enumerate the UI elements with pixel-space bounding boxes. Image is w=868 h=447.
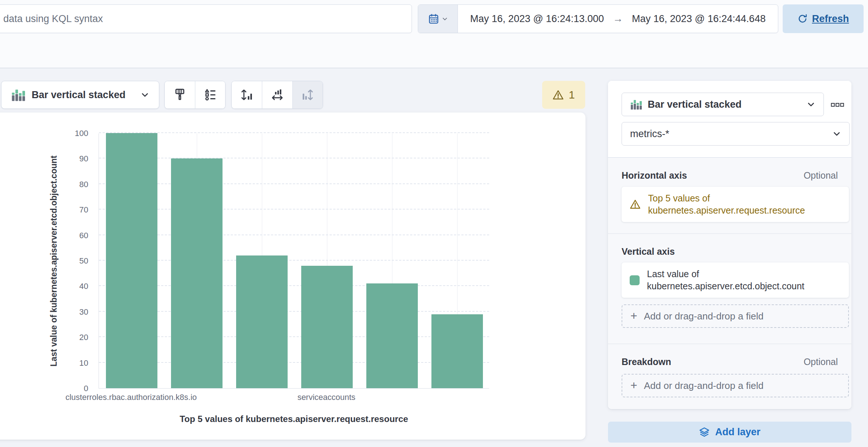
horizontal-gridline [99,311,489,312]
toolbar-group-axes [231,81,323,109]
layer-header: Bar vertical stacked metrics-* [608,81,851,158]
bar[interactable] [171,158,223,388]
horizontal-gridline [99,336,489,337]
layer-config-panel: Bar vertical stacked metrics-* [608,81,851,409]
lens-editor: data using KQL syntax [0,0,868,447]
toolbar-group-display [164,81,225,109]
add-field-label: Add or drag-and-drop a field [644,311,764,322]
legend-button[interactable] [195,81,225,108]
chevron-down-icon [832,129,841,138]
optional-label: Optional [804,357,838,367]
horizontal-gridline [99,362,489,363]
plot-area [99,133,489,389]
chart-type-select[interactable]: Bar vertical stacked [622,93,824,116]
date-picker: May 16, 2023 @ 16:24:13.000 → May 16, 20… [418,4,778,33]
y-tick-label: 20 [79,333,88,342]
bar-stacked-icon [11,88,25,102]
y-tick-label: 90 [79,154,88,164]
bottom-axis-button[interactable] [262,81,292,108]
time-range-start[interactable]: May 16, 2023 @ 16:24:13.000 [470,13,604,25]
horizontal-gridline [99,183,489,184]
breakdown-add-field[interactable]: + Add or drag-and-drop a field [622,374,849,397]
x-tick-label: clusterroles.rbac.authorization.k8s.io [65,393,197,402]
date-picker-calendar-button[interactable] [418,5,458,33]
vertical-axis-section: Vertical axis Last value of kubernetes.a… [608,233,851,344]
horizontal-axis-dimension[interactable]: Top 5 values of kubernetes.apiserver.req… [622,187,849,222]
bar[interactable] [431,314,483,388]
dimension-label: Top 5 values of kubernetes.apiserver.req… [648,192,815,217]
vertical-axis-dimension-swatch [630,275,640,285]
vertical-axis-add-field[interactable]: + Add or drag-and-drop a field [622,304,849,328]
left-axis-button[interactable] [232,81,262,108]
paintbrush-icon [173,88,186,101]
range-arrow-icon: → [613,13,623,25]
vertical-axis-heading: Vertical axis [622,246,675,257]
y-tick-label: 40 [79,282,88,291]
visual-options-button[interactable] [165,81,195,108]
x-tick-labels: clusterroles.rbac.authorization.k8s.iose… [99,393,489,404]
workspace-panel: Last value of kubernetes.apiserver.etcd.… [0,112,586,440]
horizontal-gridline [99,209,489,210]
legend-icon [204,88,217,101]
chart-type-select-label: Bar vertical stacked [648,99,801,110]
bottom-axis-icon [271,88,284,101]
horizontal-gridline [99,132,489,133]
layer-actions-button[interactable] [829,98,846,112]
horizontal-gridline [99,235,489,235]
y-tick-label: 10 [79,358,88,368]
data-view-label: metrics-* [630,128,832,140]
time-range-end[interactable]: May 16, 2023 @ 16:24:44.648 [632,13,766,25]
warning-icon [552,89,564,101]
boxes-horizontal-icon [831,103,844,107]
breakdown-section: Breakdown Optional + Add or drag-and-dro… [608,344,851,409]
breakdown-heading: Breakdown [622,357,671,367]
query-input-text[interactable]: data using KQL syntax [3,13,103,25]
y-tick-label: 30 [79,307,88,317]
workspace-warning-badge[interactable]: 1 [542,81,585,109]
chevron-down-icon [442,16,448,22]
refresh-button[interactable]: Refresh [783,4,864,33]
bar[interactable] [106,133,157,388]
right-axis-button[interactable] [292,81,323,108]
layer-sections: Horizontal axis Optional Top 5 values of… [608,158,851,409]
y-tick-label: 60 [79,231,88,240]
refresh-label: Refresh [812,13,849,25]
top-bar: data using KQL syntax [0,0,868,68]
horizontal-gridline [99,285,489,286]
time-range: May 16, 2023 @ 16:24:13.000 → May 16, 20… [458,5,778,33]
add-field-label: Add or drag-and-drop a field [644,380,764,391]
y-tick-label: 50 [79,256,88,266]
y-tick-label: 100 [75,129,88,138]
horizontal-gridline [99,158,489,158]
warning-count: 1 [569,89,575,101]
bar[interactable] [301,266,353,388]
bar[interactable] [366,283,418,388]
plus-icon: + [630,379,637,391]
left-axis-icon [240,88,253,101]
x-axis-title: Top 5 values of kubernetes.apiserver.req… [99,414,489,424]
y-tick-label: 0 [84,384,88,393]
warning-icon [630,199,641,210]
chart-type-button[interactable]: Bar vertical stacked [1,81,159,109]
layers-icon [699,427,710,438]
data-view-select[interactable]: metrics-* [622,122,850,146]
horizontal-axis-section: Horizontal axis Optional Top 5 values of… [608,158,851,233]
chart-type-label: Bar vertical stacked [32,89,134,101]
add-layer-label: Add layer [715,426,760,438]
query-bar[interactable]: data using KQL syntax [0,4,412,33]
chevron-down-icon [807,100,815,109]
add-layer-button[interactable]: Add layer [608,422,851,443]
right-axis-icon [301,88,314,101]
y-tick-label: 70 [79,205,88,215]
bar[interactable] [236,255,288,388]
x-tick-label: serviceaccounts [298,393,356,402]
dimension-label: Last value of kubernetes.apiserver.etcd.… [647,268,820,292]
y-tick-labels: 0102030405060708090100 [0,133,93,389]
horizontal-axis-heading: Horizontal axis [622,170,687,180]
horizontal-gridline [99,260,489,261]
optional-label: Optional [804,170,838,181]
refresh-icon [797,14,808,24]
vertical-axis-dimension[interactable]: Last value of kubernetes.apiserver.etcd.… [622,262,849,298]
calendar-icon [428,13,439,24]
bar-stacked-icon [630,99,642,110]
